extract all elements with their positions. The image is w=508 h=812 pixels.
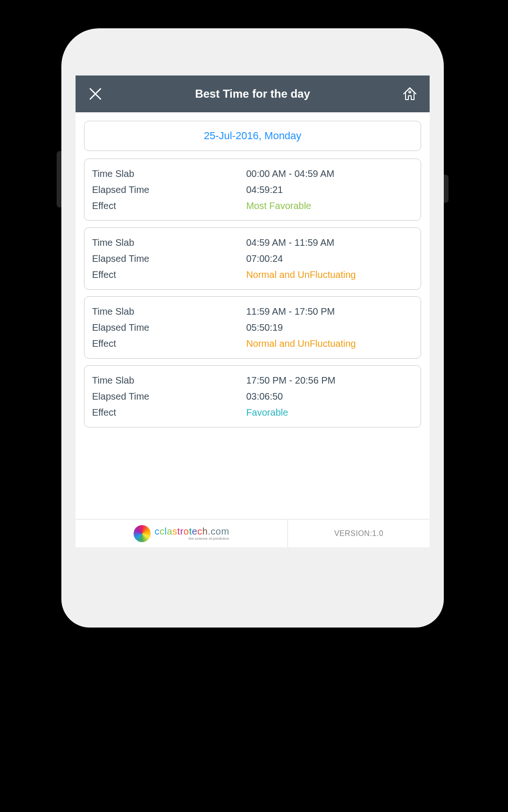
slab-label: Elapsed Time	[92, 182, 246, 198]
slab-label: Elapsed Time	[92, 319, 246, 335]
slab-label: Time Slab	[92, 234, 246, 251]
slab-row: Time Slab00:00 AM - 04:59 AM	[92, 166, 413, 182]
slab-row: EffectMost Favorable	[92, 198, 413, 214]
slab-value-elapsed_time: 07:00:24	[246, 251, 413, 267]
slab-label: Effect	[92, 404, 246, 420]
content-area: 25-Jul-2016, Monday Time Slab00:00 AM - …	[76, 112, 430, 519]
time-slab-card: Time Slab17:50 PM - 20:56 PMElapsed Time…	[84, 365, 421, 427]
slab-row: Time Slab04:59 AM - 11:59 AM	[92, 234, 413, 251]
screen: Best Time for the day 25-Jul-2016, Monda…	[76, 75, 430, 547]
home-button[interactable]	[400, 84, 419, 103]
slab-row: Time Slab11:59 AM - 17:50 PM	[92, 303, 413, 319]
date-selector[interactable]: 25-Jul-2016, Monday	[84, 121, 421, 151]
phone-frame: Best Time for the day 25-Jul-2016, Monda…	[61, 28, 444, 628]
slab-value-elapsed_time: 05:50:19	[246, 319, 413, 335]
slab-label: Effect	[92, 335, 246, 352]
slab-value-effect: Most Favorable	[246, 198, 413, 214]
page-title: Best Time for the day	[105, 87, 400, 100]
slab-row: EffectFavorable	[92, 404, 413, 420]
slab-label: Effect	[92, 198, 246, 214]
slab-value-time_slab: 11:59 AM - 17:50 PM	[246, 303, 413, 319]
slab-list: Time Slab00:00 AM - 04:59 AMElapsed Time…	[84, 159, 421, 427]
slab-value-effect: Normal and UnFluctuating	[246, 335, 413, 352]
slab-label: Time Slab	[92, 372, 246, 388]
slab-value-elapsed_time: 03:06:50	[246, 388, 413, 404]
time-slab-card: Time Slab11:59 AM - 17:50 PMElapsed Time…	[84, 296, 421, 359]
slab-label: Elapsed Time	[92, 251, 246, 267]
app-header: Best Time for the day	[76, 75, 430, 112]
footer: cclastrotech.com the science of predicti…	[76, 519, 430, 547]
slab-row: EffectNormal and UnFluctuating	[92, 267, 413, 283]
slab-value-effect: Favorable	[246, 404, 413, 420]
time-slab-card: Time Slab04:59 AM - 11:59 AMElapsed Time…	[84, 227, 421, 290]
slab-row: Elapsed Time07:00:24	[92, 251, 413, 267]
slab-row: Elapsed Time04:59:21	[92, 182, 413, 198]
slab-row: Elapsed Time03:06:50	[92, 388, 413, 404]
home-icon	[402, 86, 418, 102]
brand-name: cclastrotech.com	[154, 527, 229, 536]
close-button[interactable]	[86, 84, 105, 103]
slab-value-effect: Normal and UnFluctuating	[246, 267, 413, 283]
svg-point-2	[409, 91, 411, 93]
version-label: VERSION:1.0	[288, 519, 430, 547]
slab-label: Elapsed Time	[92, 388, 246, 404]
slab-value-time_slab: 17:50 PM - 20:56 PM	[246, 372, 413, 388]
brand-text: cclastrotech.com the science of predicti…	[154, 527, 229, 541]
slab-value-time_slab: 00:00 AM - 04:59 AM	[246, 166, 413, 182]
slab-label: Time Slab	[92, 166, 246, 182]
brand-tagline: the science of prediction	[154, 537, 229, 541]
brand-area: cclastrotech.com the science of predicti…	[76, 519, 288, 547]
slab-label: Time Slab	[92, 303, 246, 319]
slab-value-time_slab: 04:59 AM - 11:59 AM	[246, 234, 413, 251]
time-slab-card: Time Slab00:00 AM - 04:59 AMElapsed Time…	[84, 159, 421, 221]
brand-logo-icon	[134, 525, 151, 542]
close-icon	[88, 87, 102, 101]
slab-label: Effect	[92, 267, 246, 283]
slab-row: Elapsed Time05:50:19	[92, 319, 413, 335]
slab-row: EffectNormal and UnFluctuating	[92, 335, 413, 352]
slab-row: Time Slab17:50 PM - 20:56 PM	[92, 372, 413, 388]
slab-value-elapsed_time: 04:59:21	[246, 182, 413, 198]
